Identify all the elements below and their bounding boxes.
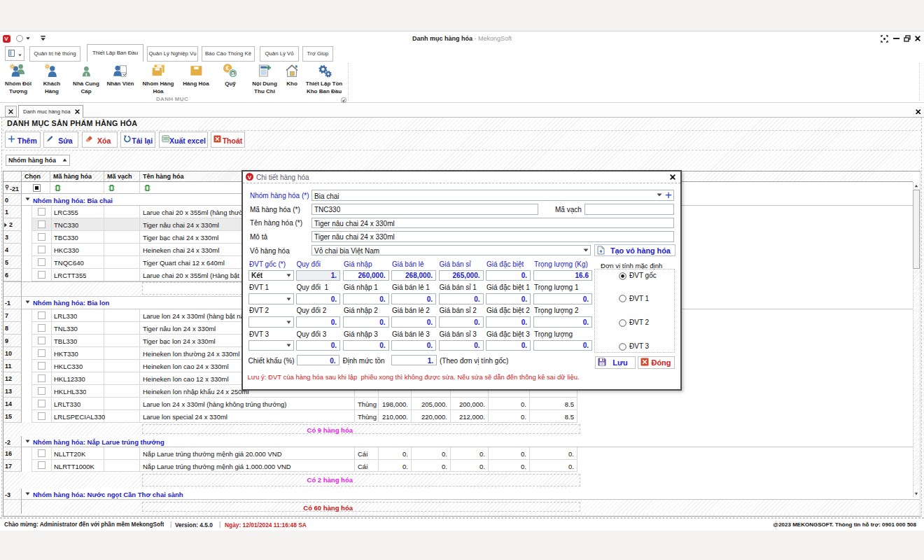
svg-text:€: € (225, 64, 229, 71)
svg-text:$: $ (231, 71, 234, 77)
svg-text:V: V (248, 174, 252, 180)
